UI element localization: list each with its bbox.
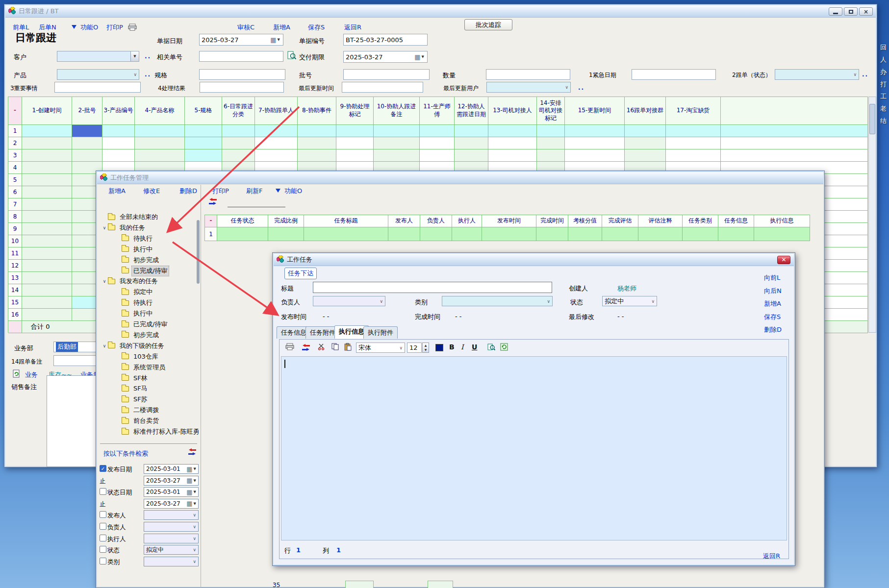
find-icon[interactable]: [487, 343, 496, 351]
related-no-field[interactable]: [199, 51, 283, 62]
task-grid-col-header[interactable]: 执行信息: [754, 215, 810, 227]
main-grid-col-header[interactable]: 13-司机对接人: [488, 97, 537, 125]
grid-cell[interactable]: [72, 137, 102, 149]
tree-item[interactable]: ∨我发布的任务: [98, 276, 199, 286]
task-grid-row-number[interactable]: 1: [205, 227, 217, 241]
follow-status-combo[interactable]: ∨: [775, 69, 859, 80]
bold-button[interactable]: B: [449, 343, 455, 351]
grid-cell[interactable]: [72, 125, 102, 137]
grid-cell[interactable]: [666, 125, 721, 137]
deliver-date-field[interactable]: 2025-03-27▦▼: [343, 51, 428, 63]
task-grid-col-header[interactable]: 发布人: [388, 215, 420, 227]
filter-checkbox[interactable]: [100, 546, 106, 553]
italic-button[interactable]: I: [461, 343, 464, 351]
dropdown-arrow-icon[interactable]: ∨: [133, 72, 139, 77]
chevron-down-icon[interactable]: ∨: [101, 343, 108, 348]
tree-item[interactable]: 拟定中: [98, 287, 199, 297]
main-grid-col-header[interactable]: 7-协助跟单人: [255, 97, 298, 125]
tree-item[interactable]: 二楼调拨: [98, 405, 199, 415]
tree-item[interactable]: 系统管理员: [98, 363, 199, 372]
task-grid-cell[interactable]: [568, 227, 602, 241]
dropdown-arrow-icon[interactable]: ∨: [399, 345, 405, 350]
dropdown-arrow-icon[interactable]: ∨: [853, 72, 859, 77]
swap-columns-icon[interactable]: [208, 198, 218, 205]
dropdown-arrow-icon[interactable]: ∨: [193, 513, 197, 517]
tm-print-link[interactable]: 打印P: [212, 187, 229, 196]
grid-row-number[interactable]: 10: [8, 235, 22, 247]
filter-select-field[interactable]: ∨: [144, 557, 199, 566]
desktop-icon-label[interactable]: 工: [880, 92, 887, 101]
grid-cell[interactable]: [102, 125, 135, 137]
grid-cell[interactable]: [22, 186, 72, 198]
grid-cell[interactable]: [565, 149, 625, 162]
tree-item[interactable]: 待执行: [98, 234, 199, 244]
rich-text-area[interactable]: [281, 356, 787, 540]
printer-icon[interactable]: [285, 343, 294, 350]
grid-cell[interactable]: [420, 137, 455, 149]
dialog-nav-link[interactable]: 向后N: [764, 287, 782, 295]
print-link[interactable]: 打印P: [106, 23, 123, 32]
grid-cell[interactable]: [222, 125, 255, 137]
sales-note-textarea[interactable]: [47, 375, 97, 467]
minimize-button[interactable]: [829, 7, 842, 16]
grid-cell[interactable]: [185, 149, 222, 162]
printer-icon[interactable]: [128, 24, 137, 32]
grid-cell[interactable]: [374, 125, 420, 137]
dropdown-arrow-icon[interactable]: ▼: [194, 502, 196, 506]
task-grid-cell[interactable]: [388, 227, 420, 241]
save-link[interactable]: 保存S: [308, 23, 325, 32]
font-size-stepper[interactable]: ▲▼: [422, 343, 429, 353]
main-grid-col-header[interactable]: 4-产品名称: [135, 97, 185, 125]
task-grid-cell[interactable]: [268, 227, 304, 241]
dispatch-task-button[interactable]: 任务下达: [284, 268, 317, 279]
grid-cell[interactable]: [255, 125, 298, 137]
tm-function-link[interactable]: 功能O: [284, 187, 302, 196]
grid-cell[interactable]: [455, 137, 488, 149]
scrollbar-thumb[interactable]: [869, 104, 875, 134]
grid-cell[interactable]: [135, 149, 185, 162]
task-grid-cell[interactable]: [536, 227, 568, 241]
task-grid-cell[interactable]: [638, 227, 683, 241]
copy-icon[interactable]: [331, 343, 339, 350]
replace-refresh-icon[interactable]: [500, 343, 508, 351]
dialog-back-link[interactable]: 返回R: [763, 552, 780, 561]
grid-row-number[interactable]: 11: [8, 247, 22, 260]
grid-cell[interactable]: [537, 125, 565, 137]
task-grid-col-header[interactable]: 任务状态: [217, 215, 268, 227]
restore-button[interactable]: [844, 7, 858, 16]
grid-row-number[interactable]: 7: [8, 198, 22, 211]
tree-item[interactable]: 标准件打标入库-陈旺勇: [98, 427, 199, 437]
tm-add-link[interactable]: 新增A: [108, 187, 126, 196]
doc-date-field[interactable]: 2025-03-27▦▼: [199, 34, 283, 46]
grid-cell[interactable]: [625, 137, 666, 149]
main-grid-col-header[interactable]: 10-协助人跟进备注: [374, 97, 420, 125]
tree-item[interactable]: 已完成/待审: [98, 266, 199, 276]
important-field[interactable]: [54, 82, 141, 93]
grid-cell[interactable]: [420, 149, 455, 162]
grid-cell[interactable]: [22, 198, 72, 211]
main-grid-col-header[interactable]: 15-更新时间: [565, 97, 625, 125]
doc-no-field[interactable]: BT-25-03-27-0005: [343, 34, 428, 46]
doc-refresh-icon[interactable]: [12, 369, 21, 379]
dropdown-arrow-icon[interactable]: ∨: [193, 536, 197, 541]
dialog-nav-link[interactable]: 删除D: [764, 325, 782, 334]
back-link[interactable]: 返回R: [344, 23, 361, 32]
task-grid-col-header[interactable]: 完成比例: [268, 215, 304, 227]
tm-delete-link[interactable]: 删除D: [179, 187, 197, 196]
filter-checkbox[interactable]: [100, 523, 106, 530]
tree-item[interactable]: ∨我的下级的任务: [98, 341, 199, 351]
filter-date-field[interactable]: 2025-03-01▦▼: [144, 464, 199, 474]
filter-checkbox[interactable]: [100, 511, 106, 518]
main-grid-col-header[interactable]: 14-安排司机对接标记: [537, 97, 565, 125]
grid-cell[interactable]: [666, 149, 721, 162]
grid-cell[interactable]: [22, 137, 72, 149]
grid-cell[interactable]: [222, 137, 255, 149]
filter-date-field[interactable]: 2025-03-01▦▼: [144, 487, 199, 497]
filter-checkbox[interactable]: [100, 558, 106, 564]
tree-item[interactable]: 前台卖货: [98, 416, 199, 426]
dropdown-arrow-icon[interactable]: ▼: [194, 467, 196, 471]
grid-cell[interactable]: [72, 149, 102, 162]
grid-row-number[interactable]: 4: [8, 162, 22, 174]
cut-icon[interactable]: [318, 343, 325, 350]
grid-cell[interactable]: [22, 284, 72, 296]
